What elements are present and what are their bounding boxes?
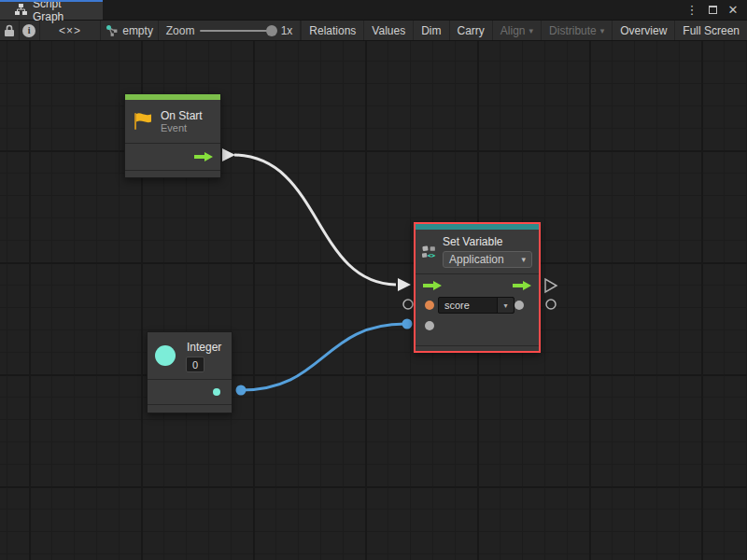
integer-type-icon <box>155 345 176 366</box>
zoom-label: Zoom <box>166 24 195 37</box>
set-variable-header: <> Set Variable Application ▾ <box>416 230 539 273</box>
close-icon: ✕ <box>728 3 739 17</box>
lock-icon <box>4 24 15 37</box>
value-wire-target-dot <box>402 319 413 329</box>
on-start-ports <box>125 144 220 170</box>
chevron-down-icon: ▾ <box>529 26 534 35</box>
wire-layer <box>0 41 747 560</box>
breadcrumb-label: empty <box>122 24 153 37</box>
variable-name-picker-button[interactable]: ▾ <box>497 298 514 313</box>
graph-toolbar: i <×> empty Zoom 1x Relations Values Dim <box>0 21 747 41</box>
flow-output-port[interactable] <box>513 280 531 291</box>
flow-wire-source-arrow <box>222 148 235 161</box>
distribute-dropdown-button: Distribute▾ <box>542 21 613 40</box>
value-output-port[interactable] <box>514 301 524 310</box>
flow-input-port[interactable] <box>423 280 442 291</box>
active-tab-accent <box>0 0 103 2</box>
code-icon: <×> <box>59 24 81 37</box>
node-title: Integer <box>187 341 221 354</box>
zoom-value: 1x <box>281 24 293 37</box>
integer-value-input[interactable]: 0 <box>186 357 204 372</box>
dim-button[interactable]: Dim <box>414 21 449 40</box>
value-wire[interactable] <box>241 324 405 390</box>
integer-ports <box>148 380 232 404</box>
variable-scope-dropdown[interactable]: Application ▾ <box>443 251 532 268</box>
window-menu-button[interactable]: ⋮ <box>684 2 700 19</box>
full-screen-button[interactable]: Full Screen <box>675 21 747 40</box>
node-integer[interactable]: Integer 0 <box>147 331 233 413</box>
graph-canvas[interactable]: On Start Event <> <box>0 41 747 560</box>
graph-breadcrumb-icon <box>106 24 118 36</box>
maximize-button[interactable] <box>704 2 721 19</box>
zoom-control: Zoom 1x <box>159 21 302 40</box>
flow-output-port[interactable] <box>194 151 213 162</box>
node-subtitle: Event <box>161 122 203 133</box>
info-icon: i <box>22 24 35 37</box>
node-set-variable[interactable]: <> Set Variable Application ▾ <box>414 222 541 353</box>
set-variable-icon: <> <box>422 240 436 264</box>
variable-name-input-port[interactable] <box>425 301 434 310</box>
toolbar-button-group: Relations Values Dim Carry Align▾ Distri… <box>301 21 747 40</box>
flow-wire[interactable] <box>234 155 396 285</box>
brackets-glyph: <> <box>428 252 435 259</box>
variable-name-input[interactable]: score <box>439 298 497 313</box>
node-title: On Start <box>161 109 203 122</box>
info-button[interactable]: i <box>20 21 40 40</box>
close-button[interactable]: ✕ <box>725 2 741 19</box>
integer-header: Integer 0 <box>148 332 232 379</box>
set-variable-ports: score ▾ <box>416 274 539 345</box>
graph-icon <box>15 4 27 16</box>
value-wire-source-dot <box>236 385 247 396</box>
node-footer <box>416 346 539 354</box>
node-on-start[interactable]: On Start Event <box>124 93 221 178</box>
code-preview-button[interactable]: <×> <box>40 21 102 40</box>
window-controls: ⋮ ✕ <box>684 0 747 20</box>
carry-button[interactable]: Carry <box>450 21 493 40</box>
lock-button[interactable] <box>0 21 20 40</box>
align-dropdown-button: Align▾ <box>493 21 542 40</box>
chevron-down-icon: ▾ <box>600 26 605 35</box>
node-footer <box>148 405 232 413</box>
zoom-slider[interactable] <box>200 30 275 32</box>
breadcrumb[interactable]: empty <box>101 21 158 40</box>
chevron-down-icon: ▾ <box>503 301 507 310</box>
tab-label: Script Graph <box>33 0 95 23</box>
scope-label: Application <box>449 253 504 266</box>
tab-script-graph[interactable]: Script Graph <box>0 0 103 20</box>
setvar-value-output-hint-port[interactable] <box>546 300 556 309</box>
node-footer <box>125 171 220 179</box>
menu-icon: ⋮ <box>686 3 698 17</box>
chevron-down-icon: ▾ <box>521 255 526 264</box>
zoom-slider-handle[interactable] <box>266 25 277 36</box>
overview-button[interactable]: Overview <box>613 21 675 40</box>
integer-output-port[interactable] <box>213 388 220 396</box>
setvar-name-input-hint-port[interactable] <box>403 300 413 309</box>
value-input-port[interactable] <box>425 321 434 330</box>
title-bar: Script Graph ⋮ ✕ <box>0 0 747 21</box>
setvar-flow-output-hint-port[interactable] <box>545 279 557 292</box>
flow-wire-target-arrow <box>398 278 411 291</box>
values-button[interactable]: Values <box>364 21 414 40</box>
maximize-icon <box>709 6 717 14</box>
relations-button[interactable]: Relations <box>301 21 364 40</box>
variable-name-field-group: score ▾ <box>438 297 514 314</box>
node-title: Set Variable <box>443 235 532 248</box>
flag-icon <box>133 111 153 132</box>
on-start-header: On Start Event <box>125 100 220 143</box>
script-graph-window: Script Graph ⋮ ✕ i <×> <box>0 0 747 560</box>
